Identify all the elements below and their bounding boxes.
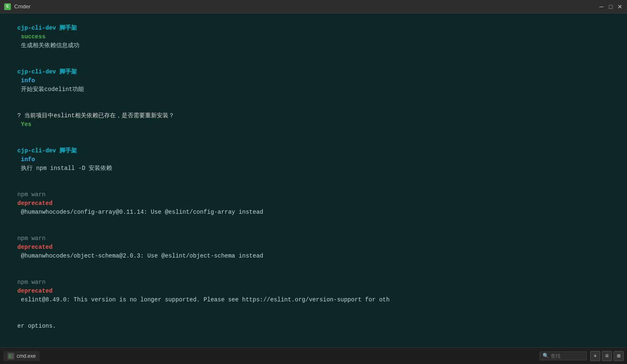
taskbar-app[interactable]: C cmd.exe [3, 351, 40, 361]
taskbar-app-name: cmd.exe [17, 353, 36, 359]
maximize-button[interactable]: □ [608, 4, 614, 10]
terminal-line: ? 当前项目中eslint相关依赖已存在，是否需要重新安装？ Yes [3, 103, 624, 138]
cmd-icon: C [8, 354, 13, 359]
terminal-line: npm warn deprecated eslint@8.49.0: This … [3, 269, 624, 313]
answer-text: Yes [18, 121, 32, 128]
terminal-line: cjp-cli-dev 脚手架 info 开始安装codelint功能 [3, 59, 624, 103]
line-text: 生成相关依赖信息成功 [18, 42, 79, 49]
warn-cont: er options. [18, 323, 56, 329]
warn-detail: @humanwhocodes/object-schema@2.0.3: Use … [18, 253, 263, 259]
minimize-button[interactable]: ─ [599, 4, 604, 10]
line-text: 执行 npm install -D 安装依赖 [18, 165, 112, 172]
empty-line [3, 339, 624, 347]
cli-prefix: cjp-cli-dev 脚手架 [18, 25, 77, 31]
terminal-line: cjp-cli-dev 脚手架 info 执行 npm install -D 安… [3, 138, 624, 182]
npm-warn-text: npm warn [18, 279, 49, 286]
deprecated-tag: deprecated [18, 200, 53, 207]
cli-prefix: cjp-cli-dev 脚手架 [18, 147, 77, 154]
window-controls: ─ □ ✕ [599, 4, 623, 10]
search-input[interactable] [551, 353, 584, 359]
layout-button[interactable]: ⊞ [614, 351, 624, 361]
taskbar-controls: + ≡ ⊞ [590, 351, 624, 361]
status-tag: info [18, 77, 35, 84]
question-text: ? 当前项目中eslint相关依赖已存在，是否需要重新安装？ [18, 112, 174, 119]
cli-prefix: cjp-cli-dev 脚手架 [18, 68, 77, 75]
app-title: Cmder [14, 3, 599, 10]
terminal-line: cjp-cli-dev 脚手架 success 生成相关依赖信息成功 [3, 15, 624, 59]
add-tab-button[interactable]: + [590, 351, 600, 361]
taskbar: C cmd.exe 🔍 + ≡ ⊞ [0, 347, 627, 364]
deprecated-tag: deprecated [18, 244, 53, 250]
terminal-line: er options. [3, 313, 624, 339]
line-text: 开始安装codelint功能 [18, 86, 84, 93]
npm-warn-text: npm warn [18, 191, 49, 198]
npm-warn-text: npm warn [18, 235, 49, 242]
taskbar-search-box[interactable]: 🔍 [540, 351, 587, 360]
warn-detail: eslint@8.49.0: This version is no longer… [18, 296, 390, 303]
app-icon: C [4, 3, 11, 10]
menu-button[interactable]: ≡ [602, 351, 612, 361]
title-bar: C Cmder ─ □ ✕ [0, 0, 627, 13]
taskbar-app-icon: C [8, 353, 14, 359]
status-tag: info [18, 156, 35, 163]
search-icon: 🔍 [543, 353, 549, 359]
warn-detail: @humanwhocodes/config-array@0.11.14: Use… [18, 209, 263, 215]
terminal-line: npm warn deprecated @humanwhocodes/confi… [3, 182, 624, 225]
close-button[interactable]: ✕ [617, 4, 623, 10]
terminal-area: cjp-cli-dev 脚手架 success 生成相关依赖信息成功 cjp-c… [0, 13, 627, 347]
status-tag: success [18, 33, 46, 40]
terminal-line: npm warn deprecated @humanwhocodes/objec… [3, 225, 624, 269]
svg-text:C: C [9, 355, 11, 359]
deprecated-tag: deprecated [18, 288, 53, 294]
